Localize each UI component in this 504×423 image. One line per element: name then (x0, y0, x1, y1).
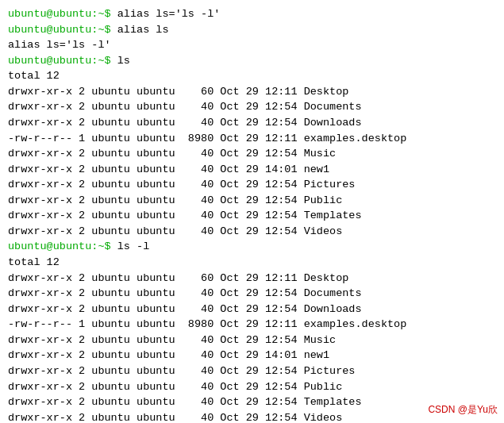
terminal-output: drwxr-xr-x 2 ubuntu ubuntu 40 Oct 29 12:… (8, 381, 342, 393)
terminal-output: drwxr-xr-x 2 ubuntu ubuntu 40 Oct 29 12:… (8, 412, 342, 423)
terminal-command: alias ls='ls -l' (117, 8, 221, 20)
terminal-output: drwxr-xr-x 2 ubuntu ubuntu 40 Oct 29 12:… (8, 101, 362, 113)
terminal-line: drwxr-xr-x 2 ubuntu ubuntu 60 Oct 29 12:… (8, 271, 496, 286)
terminal-line: drwxr-xr-x 2 ubuntu ubuntu 40 Oct 29 12:… (8, 394, 496, 410)
terminal-line: drwxr-xr-x 2 ubuntu ubuntu 40 Oct 29 12:… (8, 177, 496, 193)
terminal-output: drwxr-xr-x 2 ubuntu ubuntu 40 Oct 29 12:… (8, 194, 342, 206)
terminal-output: total 12 (8, 70, 60, 82)
terminal-output: drwxr-xr-x 2 ubuntu ubuntu 40 Oct 29 12:… (8, 396, 362, 408)
terminal-line: drwxr-xr-x 2 ubuntu ubuntu 40 Oct 29 12:… (8, 99, 496, 115)
terminal-line: alias ls='ls -l' (8, 37, 496, 53)
terminal-output: drwxr-xr-x 2 ubuntu ubuntu 40 Oct 29 12:… (8, 117, 362, 129)
terminal-prompt: ubuntu@ubuntu:~$ (8, 240, 117, 252)
terminal-output: drwxr-xr-x 2 ubuntu ubuntu 40 Oct 29 12:… (8, 179, 355, 190)
terminal-line: drwxr-xr-x 2 ubuntu ubuntu 40 Oct 29 12:… (8, 410, 496, 423)
terminal-output: drwxr-xr-x 2 ubuntu ubuntu 40 Oct 29 12:… (8, 287, 362, 299)
terminal-line: drwxr-xr-x 2 ubuntu ubuntu 40 Oct 29 14:… (8, 162, 496, 178)
terminal-output: drwxr-xr-x 2 ubuntu ubuntu 40 Oct 29 12:… (8, 210, 362, 221)
terminal-output: drwxr-xr-x 2 ubuntu ubuntu 40 Oct 29 12:… (8, 225, 342, 237)
watermark: CSDN @是Yu欣 (428, 403, 498, 417)
terminal-window[interactable]: ubuntu@ubuntu:~$ alias ls='ls -l'ubuntu@… (0, 0, 504, 423)
terminal-command: ls -l (117, 240, 150, 252)
terminal-line: total 12 (8, 68, 496, 84)
terminal-line: -rw-r--r-- 1 ubuntu ubuntu 8980 Oct 29 1… (8, 317, 496, 333)
terminal-prompt: ubuntu@ubuntu:~$ (8, 24, 117, 36)
terminal-output: -rw-r--r-- 1 ubuntu ubuntu 8980 Oct 29 1… (8, 318, 406, 330)
terminal-output: drwxr-xr-x 2 ubuntu ubuntu 40 Oct 29 14:… (8, 349, 329, 361)
terminal-output: drwxr-xr-x 2 ubuntu ubuntu 40 Oct 29 12:… (8, 148, 336, 160)
terminal-line: ubuntu@ubuntu:~$ alias ls (8, 22, 496, 38)
terminal-line: drwxr-xr-x 2 ubuntu ubuntu 40 Oct 29 12:… (8, 286, 496, 302)
terminal-line: drwxr-xr-x 2 ubuntu ubuntu 60 Oct 29 12:… (8, 84, 496, 100)
terminal-output: drwxr-xr-x 2 ubuntu ubuntu 40 Oct 29 14:… (8, 163, 329, 175)
terminal-line: drwxr-xr-x 2 ubuntu ubuntu 40 Oct 29 12:… (8, 115, 496, 131)
terminal-output: drwxr-xr-x 2 ubuntu ubuntu 60 Oct 29 12:… (8, 272, 348, 284)
terminal-command: ls (117, 55, 130, 67)
terminal-line: drwxr-xr-x 2 ubuntu ubuntu 40 Oct 29 12:… (8, 379, 496, 395)
terminal-line: ubuntu@ubuntu:~$ alias ls='ls -l' (8, 6, 496, 22)
terminal-line: drwxr-xr-x 2 ubuntu ubuntu 40 Oct 29 12:… (8, 363, 496, 379)
terminal-command: alias ls (117, 24, 169, 36)
terminal-line: ubuntu@ubuntu:~$ ls (8, 53, 496, 69)
terminal-output: drwxr-xr-x 2 ubuntu ubuntu 60 Oct 29 12:… (8, 86, 348, 98)
terminal-output: drwxr-xr-x 2 ubuntu ubuntu 40 Oct 29 12:… (8, 365, 355, 377)
terminal-line: drwxr-xr-x 2 ubuntu ubuntu 40 Oct 29 12:… (8, 193, 496, 209)
terminal-output: total 12 (8, 256, 60, 268)
terminal-output: drwxr-xr-x 2 ubuntu ubuntu 40 Oct 29 12:… (8, 303, 362, 315)
terminal-line: drwxr-xr-x 2 ubuntu ubuntu 40 Oct 29 12:… (8, 146, 496, 162)
terminal-line: ubuntu@ubuntu:~$ ls -l (8, 239, 496, 255)
terminal-prompt: ubuntu@ubuntu:~$ (8, 55, 117, 67)
terminal-line: drwxr-xr-x 2 ubuntu ubuntu 40 Oct 29 12:… (8, 302, 496, 317)
terminal-line: drwxr-xr-x 2 ubuntu ubuntu 40 Oct 29 14:… (8, 348, 496, 363)
terminal-line: drwxr-xr-x 2 ubuntu ubuntu 40 Oct 29 12:… (8, 333, 496, 348)
terminal-line: -rw-r--r-- 1 ubuntu ubuntu 8980 Oct 29 1… (8, 131, 496, 147)
terminal-line: drwxr-xr-x 2 ubuntu ubuntu 40 Oct 29 12:… (8, 208, 496, 224)
terminal-line: drwxr-xr-x 2 ubuntu ubuntu 40 Oct 29 12:… (8, 224, 496, 240)
terminal-line: total 12 (8, 255, 496, 271)
terminal-output: drwxr-xr-x 2 ubuntu ubuntu 40 Oct 29 12:… (8, 334, 336, 346)
terminal-output: alias ls='ls -l' (8, 39, 111, 51)
terminal-content: ubuntu@ubuntu:~$ alias ls='ls -l'ubuntu@… (8, 6, 496, 423)
terminal-prompt: ubuntu@ubuntu:~$ (8, 8, 117, 20)
terminal-output: -rw-r--r-- 1 ubuntu ubuntu 8980 Oct 29 1… (8, 133, 406, 144)
